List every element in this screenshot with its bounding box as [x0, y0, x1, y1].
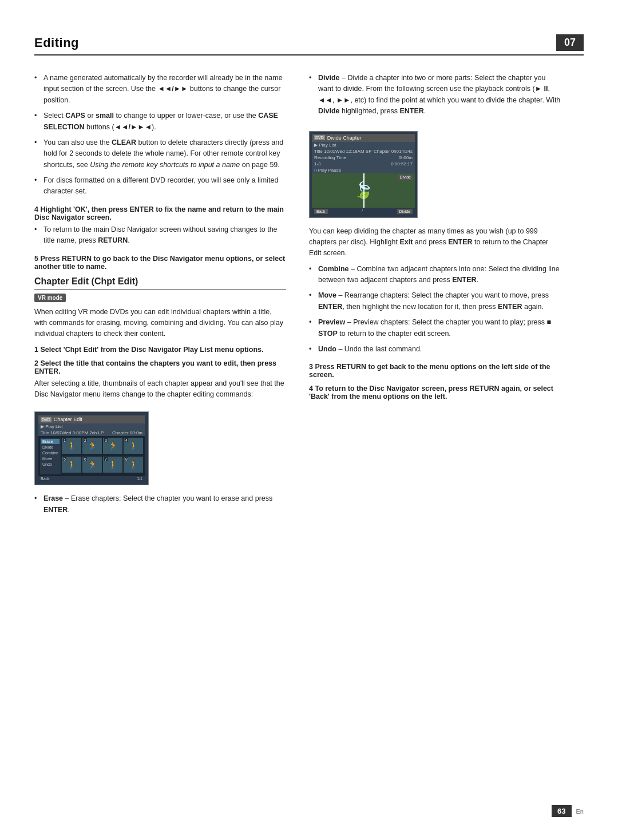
step4-bullet: To return to the main Disc Navigator scr…: [34, 224, 286, 247]
divide-btn[interactable]: Divide: [397, 209, 413, 214]
thumb-7: 7🚶: [103, 457, 122, 473]
move-item: Move – Rearrange chapters: Select the ch…: [309, 290, 561, 312]
page-number-badge: 63: [552, 805, 571, 817]
chapter-edit-intro: When editing VR mode DVDs you can edit i…: [34, 307, 286, 340]
thumb-num-8: 8: [125, 457, 128, 461]
screen-subtitle-bar: ▶ Play List: [38, 423, 145, 430]
thumb-num-5: 5: [63, 457, 66, 461]
divide-info-bar: Title 12/01Wed 12:18AM SP Chapter 0h01m2…: [312, 148, 415, 154]
erase-item: Erase – Erase chapters: Select the chapt…: [34, 493, 286, 516]
divide-video-area: 🍃 Divide: [312, 173, 415, 208]
screen-sidebar: Erase Divide Combine Move Undo: [40, 438, 61, 474]
content-columns: A name generated automatically by the re…: [34, 73, 584, 524]
divide-item: Divide – Divide a chapter into two or mo…: [309, 73, 561, 117]
divide-rec-bar: Recording Time 0h00m: [312, 154, 415, 161]
thumb-num-7: 7: [104, 457, 108, 461]
step2-block: 2 Select the title that contains the cha…: [34, 359, 286, 401]
vr-mode-badge: VR mode: [34, 294, 66, 302]
bullet-item-4: For discs formatted on a different DVD r…: [34, 175, 286, 197]
thumb-num-3: 3: [104, 438, 108, 442]
divide-label-overlay[interactable]: Divide: [398, 175, 413, 180]
divide-line: [363, 173, 365, 208]
sidebar-undo[interactable]: Undo: [41, 462, 60, 467]
chapter-number: 07: [556, 34, 584, 51]
divide-dvd-icon: DVD: [314, 135, 325, 140]
divide-buttons: Back / Divide: [312, 208, 415, 215]
divide-screen: DVD Divide Chapter ▶ Play List Title 12/…: [309, 131, 418, 218]
chapter-edit-title: Chapter Edit (Chpt Edit): [34, 276, 286, 290]
screen-title-bar: DVD Chapter Edit: [38, 415, 145, 423]
divide-title-bar: DVD Divide Chapter: [312, 134, 415, 142]
bullet-item-3: You can also use the CLEAR button to del…: [34, 137, 286, 171]
combine-bullets: Combine – Combine two adjacent chapters …: [309, 264, 561, 355]
page-title: Editing: [34, 35, 79, 50]
thumb-num-6: 6: [84, 457, 87, 461]
divide-time-display: 0:00:52:17: [391, 161, 413, 167]
divide-chapter-time: Chapter 0h01m24s: [374, 149, 413, 154]
thumb-4: 4🚶: [124, 438, 143, 454]
divide-rec-time-label: Recording Time: [314, 155, 346, 160]
step2-body: After selecting a title, thumbnails of e…: [34, 378, 286, 401]
thumb-3: 3🏃: [103, 438, 122, 454]
divide-chapter-range: 1-3: [314, 161, 321, 167]
divide-rec-ch: 0h00m: [399, 155, 413, 160]
step1-block: 1 Select 'Chpt Edit' from the Disc Navig…: [34, 346, 286, 354]
thumb-num-4: 4: [125, 438, 128, 442]
sidebar-combine[interactable]: Combine: [41, 450, 60, 455]
divide-title-label: Divide Chapter: [327, 135, 362, 141]
step4-block: 4 Highlight 'OK', then press ENTER to fi…: [34, 205, 286, 247]
screen-bottom-bar: Back 1/1: [38, 476, 145, 481]
divide-bullets: Divide – Divide a chapter into two or mo…: [309, 73, 561, 117]
title-info: Title 10/07Wed 3:00PM 2ch LP: [41, 430, 104, 435]
intro-bullets: A name generated automatically by the re…: [34, 73, 286, 197]
screen-title-label: Chapter Edit: [54, 417, 82, 422]
screen-info-bar: Title 10/07Wed 3:00PM 2ch LP Chapter 00:…: [38, 430, 145, 436]
sidebar-erase[interactable]: Erase: [41, 439, 60, 444]
divide-subtitle-bar: ▶ Play List: [312, 142, 415, 148]
left-column: A name generated automatically by the re…: [34, 73, 286, 524]
thumb-6: 6🏃: [82, 457, 102, 473]
undo-item: Undo – Undo the last command.: [309, 344, 561, 355]
right-step4-block: 4 To return to the Disc Navigator screen…: [309, 385, 561, 401]
page-header: Editing 07: [34, 34, 584, 56]
step1-heading: 1 Select 'Chpt Edit' from the Disc Navig…: [34, 346, 286, 354]
step4-heading: 4 Highlight 'OK', then press ENTER to fi…: [34, 205, 286, 221]
sidebar-divide[interactable]: Divide: [41, 445, 60, 450]
right-step3-block: 3 Press RETURN to get back to the menu o…: [309, 363, 561, 379]
thumb-1: 1🚶: [62, 438, 81, 454]
chapter-label: Chapter 00:0m: [112, 430, 142, 435]
dvd-icon: DVD: [41, 417, 52, 422]
erase-bullets: Erase – Erase chapters: Select the chapt…: [34, 493, 286, 516]
right-column: Divide – Divide a chapter into two or mo…: [309, 73, 561, 524]
right-step4-heading: 4 To return to the Disc Navigator screen…: [309, 385, 561, 401]
bullet-item-1: A name generated automatically by the re…: [34, 73, 286, 106]
page-language: En: [576, 808, 584, 815]
divide-continue-text: You can keep dividing the chapter as man…: [309, 226, 561, 259]
divide-pause-bar: II Play Pause: [312, 167, 415, 173]
divide-status-bar: 1-3 0:00:52:17: [312, 161, 415, 167]
thumb-5: 5🚶: [62, 457, 81, 473]
divide-back-btn[interactable]: Back: [314, 209, 328, 214]
divide-title-info: Title 12/01Wed 12:18AM SP: [314, 149, 372, 154]
preview-item: Preview – Preview chapters: Select the c…: [309, 317, 561, 339]
divide-play-list: ▶ Play List: [314, 142, 336, 148]
step4-bullets: To return to the main Disc Navigator scr…: [34, 224, 286, 247]
right-step3-heading: 3 Press RETURN to get back to the menu o…: [309, 363, 561, 379]
sidebar-move[interactable]: Move: [41, 456, 60, 461]
back-label[interactable]: Back: [41, 477, 50, 481]
thumb-8: 8🚶: [124, 457, 143, 473]
combine-item: Combine – Combine two adjacent chapters …: [309, 264, 561, 286]
divide-pause-status: II Play Pause: [314, 168, 341, 173]
play-list-label: ▶ Play List: [41, 424, 62, 429]
thumb-2: 2🏃: [82, 438, 102, 454]
screen-content-area: Erase Divide Combine Move Undo 1🚶 2🏃 3🏃 …: [38, 436, 145, 476]
page-footer: 63 En: [552, 805, 584, 817]
step5-block: 5 Press RETURN to go back to the Disc Na…: [34, 255, 286, 271]
screen-thumbs: 1🚶 2🏃 3🏃 4🚶 5🚶 6🏃 7🚶 8🚶: [62, 438, 143, 474]
page-indicator: 1/1: [137, 477, 142, 481]
divide-slash: /: [362, 209, 363, 214]
screen-inner: DVD Chapter Edit ▶ Play List Title 10/07…: [37, 414, 146, 482]
chapter-edit-screen: DVD Chapter Edit ▶ Play List Title 10/07…: [34, 411, 149, 485]
bullet-item-2: Select CAPS or small to change to upper …: [34, 110, 286, 133]
step2-heading: 2 Select the title that contains the cha…: [34, 359, 286, 375]
